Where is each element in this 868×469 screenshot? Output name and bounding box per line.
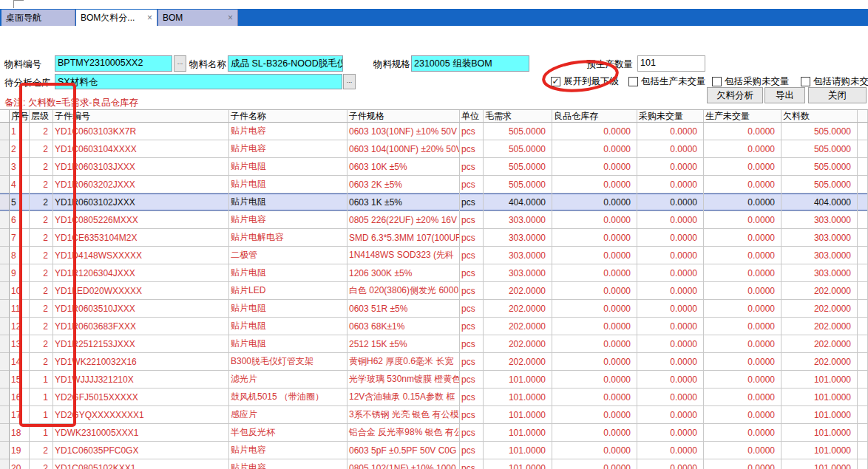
checkbox-label: 包括请购未交量 bbox=[813, 75, 868, 88]
checkbox-include-production[interactable]: 包括生产未交量 bbox=[628, 75, 706, 88]
table-row[interactable]: 18 1 YDWK2310005XXX1 半包反光杯 铝合金 反光率98% 银色… bbox=[0, 424, 868, 442]
table-header-row: 序号 层级 子件编号 子件名称 子件规格 单位 毛需求 良品仓库存 采购未交量 … bbox=[0, 110, 868, 123]
checkbox-include-requisition[interactable]: 包括请购未交量 bbox=[801, 75, 868, 88]
cell-part-code: YD1D4148WSXXXXX bbox=[53, 247, 229, 264]
table-row[interactable]: 17 1 YD2GYQXXXXXXXX1 感应片 3系不锈钢 光亮 银色 有公模… bbox=[0, 406, 868, 424]
cell-filler bbox=[858, 158, 868, 176]
material-name-field[interactable]: 成品 SL-B326-NOOD脱毛仪 bbox=[228, 55, 343, 72]
col-header-level[interactable]: 层级 bbox=[30, 110, 53, 123]
table-row[interactable]: 16 1 YD2GFJ5015XXXXX 鼓风机5015 （带油圈） 12V含油… bbox=[0, 388, 868, 406]
cell-gross-demand: 303.0000 bbox=[484, 229, 552, 247]
close-icon[interactable]: × bbox=[147, 13, 152, 23]
tab-bom-shortage[interactable]: BOM欠料分... × bbox=[76, 10, 157, 26]
cell-part-spec: 黄铜H62 厚度0.6毫米 长宽 bbox=[347, 353, 460, 371]
warehouse-browse-button[interactable]: ... bbox=[343, 74, 356, 89]
row-indicator[interactable] bbox=[0, 318, 10, 335]
table-row[interactable]: 10 2 YD1LED020WXXXXX 贴片LED 白色 020(3806)侧… bbox=[0, 282, 868, 300]
material-no-browse-button[interactable]: ... bbox=[174, 55, 186, 72]
checkbox-expand-lowest[interactable]: ✓ 展开到最下级 bbox=[551, 75, 619, 88]
note-text: 备注: 欠料数=毛需求-良品仓库存 bbox=[4, 97, 138, 109]
close-icon[interactable]: × bbox=[228, 13, 233, 23]
col-header-seq[interactable]: 序号 bbox=[10, 110, 30, 123]
material-spec-field[interactable]: 2310005 组装BOM bbox=[411, 55, 529, 72]
cell-seq: 4 bbox=[10, 176, 30, 194]
cell-seq: 5 bbox=[10, 194, 30, 211]
warehouse-field[interactable]: SX材料仓 bbox=[55, 74, 342, 89]
row-indicator[interactable] bbox=[0, 247, 10, 264]
export-button[interactable]: 导出 bbox=[764, 87, 805, 103]
checkbox-label: 展开到最下级 bbox=[563, 75, 619, 88]
cell-good-stock: 0.0000 bbox=[552, 194, 637, 211]
table-row[interactable]: 7 2 YD1CE6353104M2X 贴片电解电容 SMD 6.3*5.3MM… bbox=[0, 229, 868, 247]
row-indicator[interactable] bbox=[0, 424, 10, 442]
row-indicator[interactable] bbox=[0, 371, 10, 388]
table-row[interactable]: 15 1 YD1WJJJJ321210X 滤光片 光学玻璃 530nm镀膜 橙黄… bbox=[0, 371, 868, 388]
table-row[interactable]: 13 2 YD1R2512153JXXX 贴片电阻 2512 15K ±5% p… bbox=[0, 335, 868, 353]
table-row[interactable]: 20 2 YD1C0805102KXX1 贴片电容 0805 102(1NF) … bbox=[0, 459, 868, 469]
checkbox-include-purchase[interactable]: 包括采购未交量 bbox=[712, 75, 790, 88]
cell-part-code: YD1C0603104XXXX bbox=[53, 140, 229, 158]
col-header-purchase-open[interactable]: 采购未交量 bbox=[637, 110, 704, 123]
cell-unit: pcs bbox=[460, 353, 484, 371]
row-indicator[interactable] bbox=[0, 140, 10, 158]
cell-shortage: 101.0000 bbox=[781, 388, 858, 406]
row-indicator[interactable] bbox=[0, 123, 10, 140]
cell-good-stock: 0.0000 bbox=[552, 335, 637, 353]
row-indicator[interactable] bbox=[0, 211, 10, 229]
table-row[interactable]: 1 2 YD1C0603103KX7R 贴片电容 0603 103(10NF) … bbox=[0, 123, 868, 140]
table-row[interactable]: 2 2 YD1C0603104XXXX 贴片电容 0603 104(100NF)… bbox=[0, 140, 868, 158]
tab-bom[interactable]: BOM × bbox=[158, 10, 238, 26]
col-header-part-spec[interactable]: 子件规格 bbox=[347, 110, 460, 123]
table-row[interactable]: 8 2 YD1D4148WSXXXXX 二极管 1N4148WS SOD323 … bbox=[0, 247, 868, 264]
table-row[interactable]: 4 2 YD1R0603202JXXX 贴片电阻 0603 2K ±5% pcs… bbox=[0, 176, 868, 194]
row-indicator[interactable] bbox=[0, 388, 10, 406]
table-row[interactable]: 19 2 YD1C06035PFC0GX 贴片电容 0603 5pF ±0.5P… bbox=[0, 442, 868, 459]
cell-production-open: 0.0000 bbox=[704, 123, 781, 140]
row-indicator[interactable] bbox=[0, 282, 10, 300]
row-indicator[interactable] bbox=[0, 335, 10, 353]
cell-good-stock: 0.0000 bbox=[552, 229, 637, 247]
table-row[interactable]: 5 2 YD1R0603102JXXX 贴片电阻 0603 1K ±5% pcs… bbox=[0, 194, 868, 211]
cell-filler bbox=[858, 459, 868, 469]
table-row[interactable]: 14 2 YD1WK2210032X16 B300脱毛仪灯管支架 黄铜H62 厚… bbox=[0, 353, 868, 371]
cell-filler bbox=[858, 442, 868, 459]
row-indicator[interactable] bbox=[0, 229, 10, 247]
cell-shortage: 303.0000 bbox=[781, 264, 858, 282]
cell-gross-demand: 505.0000 bbox=[484, 140, 552, 158]
col-header-shortage[interactable]: 欠料数 bbox=[781, 110, 858, 123]
row-indicator[interactable] bbox=[0, 406, 10, 424]
cell-part-name: 贴片LED bbox=[229, 282, 347, 300]
row-indicator[interactable] bbox=[0, 176, 10, 194]
col-header-part-name[interactable]: 子件名称 bbox=[229, 110, 347, 123]
cell-gross-demand: 202.0000 bbox=[484, 300, 552, 318]
tab-desktop-nav[interactable]: 桌面导航 bbox=[1, 10, 75, 26]
row-indicator[interactable] bbox=[0, 442, 10, 459]
shortage-analysis-button[interactable]: 欠料分析 bbox=[707, 87, 763, 103]
col-header-part-code[interactable]: 子件编号 bbox=[53, 110, 229, 123]
table-row[interactable]: 12 2 YD1R0603683FXXX 贴片电阻 0603 68K±1% pc… bbox=[0, 318, 868, 335]
cell-production-open: 0.0000 bbox=[704, 388, 781, 406]
row-indicator[interactable] bbox=[0, 158, 10, 176]
row-indicator[interactable] bbox=[0, 353, 10, 371]
table-row[interactable]: 11 2 YD1R0603510JXXX 贴片电阻 0603 51R ±5% p… bbox=[0, 300, 868, 318]
table-row[interactable]: 6 2 YD1C0805226MXXX 贴片电容 0805 226(22UF) … bbox=[0, 211, 868, 229]
table-row[interactable]: 9 2 YD1R1206304JXXX 贴片电阻 1206 300K ±5% p… bbox=[0, 264, 868, 282]
table-row[interactable]: 3 2 YD1R0603103JXXX 贴片电阻 0603 10K ±5% pc… bbox=[0, 158, 868, 176]
material-spec-label: 物料规格 bbox=[373, 58, 410, 71]
row-indicator[interactable] bbox=[0, 300, 10, 318]
cell-level: 1 bbox=[30, 388, 53, 406]
col-header-production-open[interactable]: 生产未交量 bbox=[704, 110, 781, 123]
cell-part-code: YD1WJJJJ321210X bbox=[53, 371, 229, 388]
material-no-field[interactable]: BPTMY2310005XX2 bbox=[55, 55, 172, 72]
cell-good-stock: 0.0000 bbox=[552, 300, 637, 318]
cell-seq: 16 bbox=[10, 388, 30, 406]
preproduction-qty-field[interactable]: 101 bbox=[637, 55, 705, 72]
close-button[interactable]: 关闭 bbox=[808, 87, 867, 103]
cell-filler bbox=[858, 318, 868, 335]
col-header-gross-demand[interactable]: 毛需求 bbox=[484, 110, 552, 123]
row-indicator[interactable] bbox=[0, 194, 10, 211]
row-indicator[interactable] bbox=[0, 264, 10, 282]
col-header-good-stock[interactable]: 良品仓库存 bbox=[552, 110, 637, 123]
col-header-unit[interactable]: 单位 bbox=[460, 110, 484, 123]
row-indicator[interactable] bbox=[0, 459, 10, 469]
